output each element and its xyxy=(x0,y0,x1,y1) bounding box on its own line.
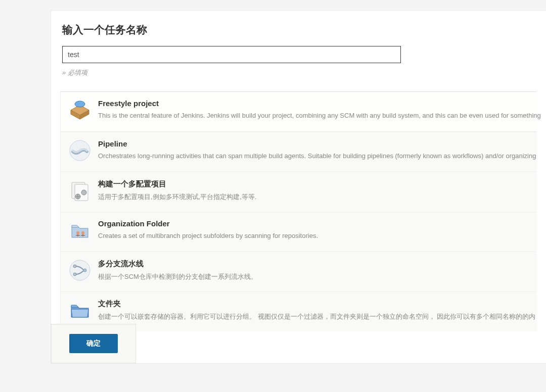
required-hint: » 必填项 xyxy=(62,68,535,77)
type-option-multiconfig[interactable]: 构建一个多配置项目 适用于多配置项目,例如多环境测试,平台指定构建,等等. xyxy=(61,172,537,212)
svg-point-0 xyxy=(75,101,85,107)
type-desc: 创建一个可以嵌套存储的容器。利用它可以进行分组。 视图仅仅是一个过滤器，而文件夹… xyxy=(98,312,535,322)
main-panel: 输入一个任务名称 » 必填项 Freestyle project This is… xyxy=(51,10,546,364)
type-option-pipeline[interactable]: Pipeline Orchestrates long-running activ… xyxy=(61,132,537,172)
type-desc: Creates a set of multibranch project sub… xyxy=(98,231,318,241)
org-folder-icon xyxy=(68,218,92,242)
svg-point-7 xyxy=(81,231,84,234)
svg-point-8 xyxy=(70,260,90,280)
type-title: 构建一个多配置项目 xyxy=(98,179,256,189)
type-option-org-folder[interactable]: Organization Folder Creates a set of mul… xyxy=(61,212,537,252)
freestyle-icon xyxy=(68,98,92,122)
type-desc: Orchestrates long-running activities tha… xyxy=(98,151,536,161)
type-title: Pipeline xyxy=(98,139,536,148)
pipeline-icon xyxy=(68,138,92,163)
page-title: 输入一个任务名称 xyxy=(62,23,535,37)
type-option-freestyle[interactable]: Freestyle project This is the central fe… xyxy=(61,92,537,132)
item-name-input[interactable] xyxy=(62,46,401,63)
type-desc: 根据一个SCM仓库中检测到的分支创建一系列流水线。 xyxy=(98,272,257,282)
name-section: 输入一个任务名称 » 必填项 xyxy=(51,11,546,77)
type-option-multibranch[interactable]: 多分支流水线 根据一个SCM仓库中检测到的分支创建一系列流水线。 xyxy=(61,252,537,291)
multibranch-icon xyxy=(68,258,92,282)
type-title: 文件夹 xyxy=(98,299,535,309)
multiconfig-icon xyxy=(68,178,92,203)
folder-icon xyxy=(68,298,92,322)
svg-point-6 xyxy=(76,231,79,234)
type-desc: This is the central feature of Jenkins. … xyxy=(98,111,541,121)
item-type-list: Freestyle project This is the central fe… xyxy=(60,91,537,331)
type-desc: 适用于多配置项目,例如多环境测试,平台指定构建,等等. xyxy=(98,192,256,202)
submit-bar: 确定 xyxy=(51,324,136,363)
type-title: Freestyle project xyxy=(98,99,541,108)
type-title: 多分支流水线 xyxy=(98,259,257,269)
svg-point-5 xyxy=(81,190,86,195)
type-title: Organization Folder xyxy=(98,219,318,228)
svg-point-11 xyxy=(83,269,86,272)
ok-button[interactable]: 确定 xyxy=(69,334,118,353)
